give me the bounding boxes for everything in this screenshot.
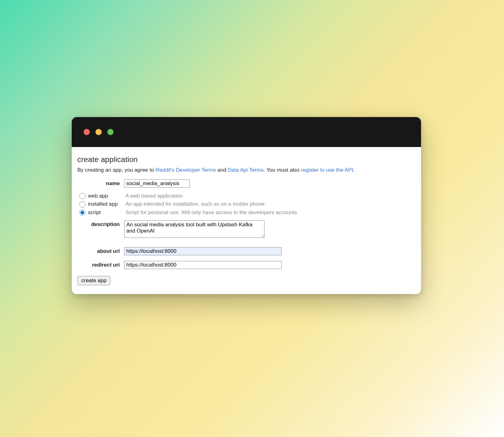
apptype-installed-label: installed app xyxy=(88,200,125,208)
developer-terms-link[interactable]: Reddit's Developer Terms xyxy=(155,167,216,173)
consent-pre: By creating an app, you agree to xyxy=(77,167,155,173)
app-type-group: web app A web based application installe… xyxy=(77,192,415,217)
apptype-webapp-radio[interactable] xyxy=(79,193,85,199)
apptype-installed-radio[interactable] xyxy=(79,201,85,208)
description-label: description xyxy=(77,220,124,228)
about-url-input[interactable] xyxy=(124,247,282,255)
page-title: create application xyxy=(77,155,415,164)
apptype-webapp-label: web app xyxy=(88,192,125,200)
about-url-row: about url xyxy=(77,247,415,255)
apptype-webapp-desc: A web based application xyxy=(125,192,182,200)
form-content: create application By creating an app, y… xyxy=(72,147,421,294)
consent-post: . xyxy=(353,167,355,173)
apptype-script-row: script Script for personal use. Will onl… xyxy=(77,209,415,217)
redirect-uri-input[interactable] xyxy=(124,261,282,269)
close-icon[interactable] xyxy=(84,129,90,135)
name-row: name xyxy=(77,179,415,188)
redirect-uri-row: redirect uri xyxy=(77,261,415,269)
apptype-installed-desc: An app intended for installation, such a… xyxy=(125,200,264,208)
apptype-installed-row: installed app An app intended for instal… xyxy=(77,200,415,208)
redirect-uri-label: redirect uri xyxy=(77,261,124,268)
register-api-link[interactable]: register to use the API xyxy=(301,167,353,173)
apptype-script-label: script xyxy=(88,209,125,217)
spacer xyxy=(77,240,415,247)
apptype-webapp-row: web app A web based application xyxy=(77,192,415,200)
consent-text: By creating an app, you agree to Reddit'… xyxy=(77,167,415,173)
description-input[interactable] xyxy=(124,220,264,238)
name-label: name xyxy=(77,179,124,187)
titlebar xyxy=(72,117,421,147)
apptype-script-radio[interactable] xyxy=(79,209,85,216)
apptype-script-desc: Script for personal use. Will only have … xyxy=(125,209,297,217)
name-input[interactable] xyxy=(124,179,190,188)
consent-mid2: . You must also xyxy=(264,167,301,173)
minimize-icon[interactable] xyxy=(95,129,102,135)
data-api-terms-link[interactable]: Data Api Terms xyxy=(228,167,264,173)
consent-mid1: and xyxy=(216,167,228,173)
description-row: description xyxy=(77,220,415,238)
maximize-icon[interactable] xyxy=(107,129,114,135)
browser-window: create application By creating an app, y… xyxy=(72,117,421,294)
about-url-label: about url xyxy=(77,247,124,254)
create-app-button[interactable]: create app xyxy=(77,276,110,285)
